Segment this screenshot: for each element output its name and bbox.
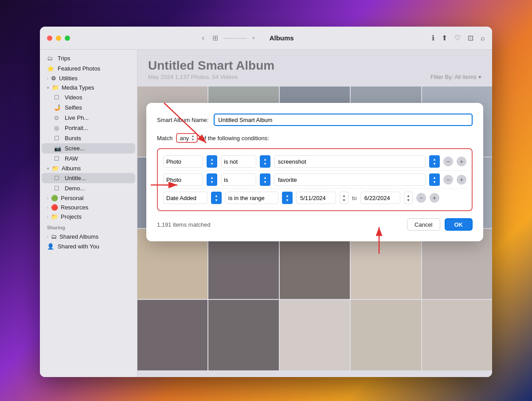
match-prefix: Match — [157, 135, 172, 142]
sidebar-item-label: Scree... — [65, 145, 85, 152]
title-bar: ‹ ⊞ ——◦—— + Albums ℹ ⬆ ♡ ⊡ ⌕ — [40, 27, 492, 50]
add-condition-1[interactable]: + — [457, 157, 466, 166]
sidebar-item-videos[interactable]: ☐ Videos — [42, 92, 135, 102]
date-from-value: 5/11/2024 — [300, 195, 326, 201]
condition-field-3[interactable]: Date Added — [163, 192, 207, 204]
sidebar-media-types-header[interactable]: ▾ 📁 Media Types — [42, 83, 135, 92]
chevron-icon: › — [47, 205, 48, 210]
live-icon: ⊙ — [54, 114, 61, 121]
folder-icon: 📁 — [52, 84, 59, 91]
sidebar-item-featured[interactable]: ⭐ Featured Photos — [42, 63, 135, 74]
sidebar-item-livephotos[interactable]: ⊙ Live Ph... — [42, 113, 135, 123]
operator-stepper-3[interactable]: ▲ ▼ — [282, 192, 293, 204]
sidebar-item-bursts[interactable]: ☐ Bursts — [42, 133, 135, 143]
maximize-button[interactable] — [65, 35, 70, 41]
toolbar-title: Albums — [270, 34, 294, 42]
sidebar-item-projects[interactable]: › 📁 Projects — [42, 212, 135, 221]
minimize-button[interactable] — [56, 35, 61, 41]
operator-label: is — [224, 177, 228, 183]
operator-stepper-1[interactable]: ▲ ▼ — [260, 155, 270, 168]
resources-icon: 🔴 — [51, 204, 58, 211]
field-label: Photo — [166, 158, 181, 165]
sidebar-item-resources[interactable]: › 🔴 Resources — [42, 203, 135, 212]
sidebar-item-label: Live Ph... — [65, 114, 89, 121]
match-row: Match any ▲ ▼ of the following condition… — [157, 133, 473, 143]
sidebar-item-shared-albums[interactable]: › 🗂 Shared Albums — [42, 232, 135, 241]
bursts-icon: ☐ — [54, 135, 61, 142]
back-button[interactable]: ‹ — [199, 32, 207, 43]
match-stepper[interactable]: ▲ ▼ — [191, 134, 194, 142]
cancel-button[interactable]: Cancel — [407, 218, 440, 231]
value-stepper-2[interactable]: ▲ ▼ — [429, 173, 440, 186]
condition-field-2[interactable]: Photo — [163, 173, 203, 186]
date-to-stepper[interactable]: ▲ ▼ — [404, 192, 413, 204]
operator-stepper-2[interactable]: ▲ ▼ — [260, 173, 270, 186]
sidebar-item-personal[interactable]: › 🟢 Personal — [42, 193, 135, 203]
condition-row-3: Date Added ▲ ▼ is in the range ▲ ▼ — [161, 189, 468, 207]
date-from-stepper[interactable]: ▲ ▼ — [340, 192, 348, 204]
name-input[interactable] — [214, 114, 473, 126]
view-icon: ⊞ — [212, 34, 218, 42]
condition-value-2[interactable]: favorite — [274, 173, 426, 186]
footer-buttons: Cancel OK — [407, 218, 473, 231]
sidebar-albums-header[interactable]: ▾ 📁 Albums — [42, 164, 135, 173]
chevron-icon: › — [47, 196, 48, 200]
date-to-input[interactable]: 6/22/2024 — [360, 192, 400, 204]
featured-icon: ⭐ — [47, 65, 54, 72]
sidebar-item-label: Videos — [65, 94, 82, 101]
remove-condition-1[interactable]: − — [443, 157, 453, 166]
sidebar-item-selfies[interactable]: 🤳 Selfies — [42, 102, 135, 113]
ok-button[interactable]: OK — [445, 218, 473, 231]
add-condition-2[interactable]: + — [457, 175, 466, 185]
date-from-input[interactable]: 5/11/2024 — [296, 192, 336, 204]
sidebar-item-untitled[interactable]: ☐ Untitle... — [42, 173, 135, 183]
condition-field-1[interactable]: Photo — [163, 155, 203, 168]
value-stepper-1[interactable]: ▲ ▼ — [429, 155, 440, 168]
sidebar-item-trips[interactable]: 🗂 Trips — [42, 53, 135, 63]
sidebar-item-demo[interactable]: ☐ Demo... — [42, 183, 135, 193]
field-label: Date Added — [166, 195, 196, 201]
condition-row-1: Photo ▲ ▼ is not ▲ ▼ — [161, 153, 468, 170]
condition-value-1[interactable]: screenshot — [274, 155, 426, 168]
field-stepper-1[interactable]: ▲ ▼ — [207, 155, 217, 168]
sidebar-item-portrait[interactable]: ◎ Portrait... — [42, 123, 135, 133]
field-stepper-2[interactable]: ▲ ▼ — [207, 173, 217, 186]
operator-label: is not — [224, 158, 238, 165]
remove-condition-3[interactable]: − — [416, 193, 426, 203]
toolbar-icons: ℹ ⬆ ♡ ⊡ ⌕ — [432, 34, 485, 42]
field-stepper-3[interactable]: ▲ ▼ — [211, 192, 222, 204]
conditions-box: Photo ▲ ▼ is not ▲ ▼ — [157, 148, 473, 211]
smart-album-editor-modal: Smart Album Name: Match any ▲ ▼ of the f… — [146, 103, 483, 241]
sidebar-item-label: Personal — [61, 195, 83, 201]
sidebar-item-label: Portrait... — [65, 125, 88, 131]
remove-condition-2[interactable]: − — [443, 175, 453, 185]
sidebar-item-label: Shared with You — [58, 243, 99, 250]
slideshow-icon[interactable]: ⊡ — [468, 34, 473, 42]
info-icon[interactable]: ℹ — [432, 34, 434, 42]
condition-operator-1[interactable]: is not — [221, 155, 256, 168]
sidebar-item-label: Utilities — [59, 75, 78, 82]
modal-footer: 1,191 items matched Cancel OK — [157, 218, 473, 231]
sidebar-item-label: RAW — [65, 155, 78, 162]
condition-operator-3[interactable]: is in the range — [225, 192, 278, 204]
selfies-icon: 🤳 — [54, 104, 61, 111]
chevron-icon: › — [47, 235, 48, 239]
share-icon[interactable]: ⬆ — [442, 34, 447, 42]
sidebar-item-utilities[interactable]: › ⚙ Utilities — [42, 74, 135, 83]
add-condition-3[interactable]: + — [430, 193, 439, 203]
projects-icon: 📁 — [51, 213, 58, 220]
album-icon: ☐ — [54, 175, 61, 181]
sidebar-item-screenshots[interactable]: 📷 Scree... — [42, 143, 135, 153]
search-icon[interactable]: ⌕ — [481, 34, 485, 42]
condition-operator-2[interactable]: is — [221, 173, 256, 186]
heart-icon[interactable]: ♡ — [454, 34, 461, 42]
sidebar-item-shared-with-you[interactable]: 👤 Shared with You — [42, 241, 135, 252]
main-window: ‹ ⊞ ——◦—— + Albums ℹ ⬆ ♡ ⊡ ⌕ 🗂 Trips ⭐ F… — [40, 27, 492, 377]
match-select[interactable]: any ▲ ▼ — [176, 133, 198, 143]
match-value: any — [180, 135, 189, 142]
sidebar-item-raw[interactable]: ☐ RAW — [42, 153, 135, 164]
close-button[interactable] — [47, 35, 52, 41]
sidebar-section-label: Albums — [62, 165, 81, 172]
personal-icon: 🟢 — [51, 195, 58, 201]
sidebar-item-label: Featured Photos — [58, 65, 100, 72]
